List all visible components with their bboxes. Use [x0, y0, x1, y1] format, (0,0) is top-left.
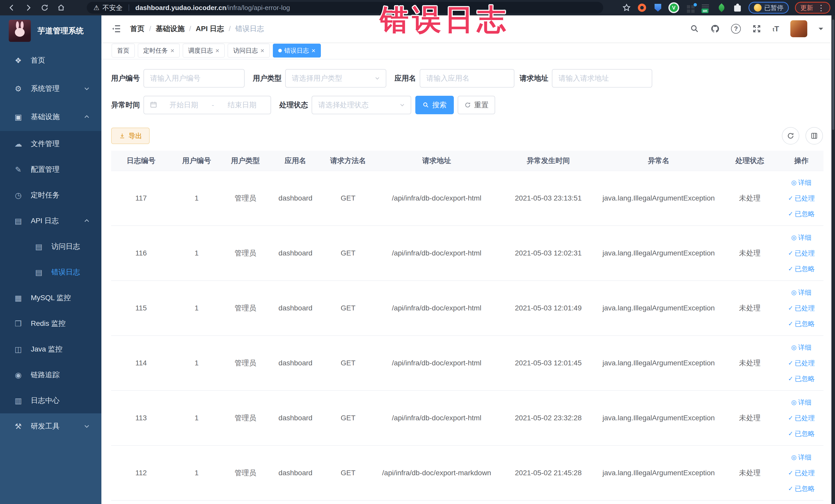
columns-icon[interactable] — [806, 127, 823, 144]
sidebar-item[interactable]: ▣ 基础设施 — [0, 103, 101, 131]
column-header[interactable]: 应用名 — [268, 151, 322, 171]
user-type-select[interactable]: 请选择用户类型 — [285, 69, 386, 87]
address-bar[interactable]: ⚠ 不安全 dashboard.yudao.iocoder.cn/infra/l… — [87, 2, 603, 14]
sidebar-item[interactable]: ▤ 访问日志 — [0, 234, 101, 259]
tab-tag[interactable]: 定时任务 × — [138, 44, 180, 58]
home-icon[interactable] — [54, 1, 68, 15]
close-icon[interactable]: × — [216, 47, 219, 55]
close-icon[interactable]: × — [260, 47, 264, 55]
column-header[interactable]: 操作 — [779, 151, 823, 171]
column-header[interactable]: 用户编号 — [171, 151, 222, 171]
row-action-link[interactable]: ✓ 已处理 — [788, 414, 815, 423]
column-header[interactable]: 处理状态 — [720, 151, 779, 171]
switch-on-extension-icon[interactable]: on — [701, 3, 711, 13]
reset-button[interactable]: 重置 — [458, 96, 495, 114]
breadcrumb-item[interactable]: 首页 — [130, 24, 156, 34]
app-name-input[interactable] — [420, 74, 514, 82]
row-action-link[interactable]: ◎ 详细 — [791, 288, 812, 297]
row-action-link[interactable]: ◎ 详细 — [791, 178, 812, 187]
process-status-select[interactable]: 请选择处理状态 — [312, 96, 411, 114]
scrollbar[interactable] — [831, 15, 835, 504]
sidebar-item[interactable]: ❖ 首页 — [0, 46, 101, 75]
help-icon[interactable]: ? — [731, 24, 741, 34]
search-button[interactable]: 搜索 — [415, 96, 454, 114]
sidebar-item[interactable]: ◉ 链路追踪 — [0, 362, 101, 388]
start-date-placeholder[interactable]: 开始日期 — [161, 100, 207, 110]
column-header[interactable]: 日志编号 — [111, 151, 171, 171]
scrollbar-thumb[interactable] — [832, 20, 834, 130]
close-icon[interactable]: × — [312, 47, 315, 55]
request-url-input[interactable] — [552, 74, 652, 82]
tab-tag[interactable]: 错误日志 × — [273, 44, 321, 58]
column-header[interactable]: 异常发生时间 — [500, 151, 597, 171]
sidebar-item[interactable]: ✎ 配置管理 — [0, 157, 101, 182]
avatar[interactable] — [790, 20, 807, 37]
row-action-link[interactable]: ✓ 已忽略 — [788, 209, 815, 219]
reload-icon[interactable] — [38, 1, 52, 15]
column-header[interactable]: 异常名 — [597, 151, 720, 171]
cell-app-name: dashboard — [268, 171, 322, 226]
close-icon[interactable]: × — [170, 47, 174, 55]
row-action-link[interactable]: ◎ 详细 — [791, 398, 812, 407]
sidebar-item[interactable]: ⚒ 研发工具 — [0, 414, 101, 439]
row-action-link[interactable]: ✓ 已忽略 — [788, 319, 815, 328]
leaf-extension-icon[interactable] — [717, 3, 727, 13]
font-size-icon[interactable]: tT — [773, 24, 779, 33]
sidebar-item[interactable]: ◫ Java 监控 — [0, 336, 101, 362]
back-icon[interactable] — [5, 1, 19, 15]
end-date-placeholder[interactable]: 结束日期 — [219, 100, 265, 110]
sidebar-item[interactable]: ◷ 定时任务 — [0, 182, 101, 208]
breadcrumb-item[interactable]: API 日志 — [196, 24, 236, 34]
bookmark-star-icon[interactable] — [622, 3, 631, 12]
puzzle-extension-icon[interactable] — [733, 3, 742, 13]
date-range-picker[interactable]: 开始日期 - 结束日期 — [143, 96, 271, 114]
row-action-link[interactable]: ✓ 已处理 — [788, 249, 815, 258]
export-button[interactable]: 导出 — [111, 127, 150, 144]
sidebar-item[interactable]: ❒ Redis 监控 — [0, 311, 101, 336]
breadcrumb-item[interactable]: 基础设施 — [156, 24, 196, 34]
row-action-link[interactable]: ◎ 详细 — [791, 233, 812, 242]
tab-tag[interactable]: 首页 — [111, 44, 135, 58]
green-v-extension-icon[interactable]: V — [669, 3, 679, 13]
grid-extension-icon[interactable] — [685, 3, 695, 13]
sidebar-item[interactable]: ▦ MySQL 监控 — [0, 285, 101, 311]
cell-request-url: /api/infra/db-doc/export-html — [374, 336, 500, 390]
sidebar-item[interactable]: ⚙ 系统管理 — [0, 75, 101, 103]
row-action-link[interactable]: ✓ 已忽略 — [788, 264, 815, 274]
sidebar-item[interactable]: ▥ 日志中心 — [0, 388, 101, 414]
breadcrumb-item[interactable]: 错误日志 — [236, 24, 264, 34]
check-icon: ✓ — [788, 430, 793, 437]
column-header[interactable]: 用户类型 — [222, 151, 268, 171]
tab-tag[interactable]: 访问日志 × — [228, 44, 269, 58]
row-action-link[interactable]: ✓ 已处理 — [788, 468, 815, 478]
sidebar-item[interactable]: ▤ API 日志 — [0, 208, 101, 234]
column-header[interactable]: 请求地址 — [374, 151, 500, 171]
hamburger-icon[interactable] — [111, 24, 121, 34]
column-header[interactable]: 请求方法名 — [322, 151, 374, 171]
row-action-link[interactable]: ✓ 已处理 — [788, 304, 815, 313]
fullscreen-icon[interactable] — [752, 24, 761, 33]
cell-app-name: dashboard — [268, 445, 322, 500]
app-logo[interactable]: 芋道管理系统 — [0, 15, 101, 46]
forward-icon[interactable] — [21, 1, 36, 15]
adblock-extension-icon[interactable] — [637, 3, 647, 13]
github-icon[interactable] — [711, 24, 720, 33]
row-action-link[interactable]: ✓ 已处理 — [788, 194, 815, 203]
row-action-link[interactable]: ✓ 已忽略 — [788, 429, 815, 438]
tab-tag[interactable]: 调度日志 × — [183, 44, 225, 58]
caret-down-icon[interactable] — [819, 28, 823, 32]
shield-extension-icon[interactable] — [653, 3, 663, 13]
row-action-link[interactable]: ✓ 已处理 — [788, 359, 815, 368]
refresh-icon[interactable] — [782, 127, 799, 144]
search-icon[interactable] — [690, 24, 699, 33]
sidebar-item[interactable]: ☁ 文件管理 — [0, 131, 101, 157]
row-action-link[interactable]: ✓ 已忽略 — [788, 374, 815, 383]
user-id-input[interactable] — [144, 74, 244, 82]
sidebar-item[interactable]: ▤ 错误日志 — [0, 259, 101, 285]
browser-menu-icon[interactable]: ⋮ — [817, 3, 825, 12]
update-button[interactable]: 更新 ⋮ — [795, 2, 830, 14]
row-action-link[interactable]: ◎ 详细 — [791, 343, 812, 352]
paused-badge[interactable]: 已暂停 — [749, 2, 789, 14]
row-action-link[interactable]: ✓ 已忽略 — [788, 484, 815, 493]
row-action-link[interactable]: ◎ 详细 — [791, 453, 812, 462]
